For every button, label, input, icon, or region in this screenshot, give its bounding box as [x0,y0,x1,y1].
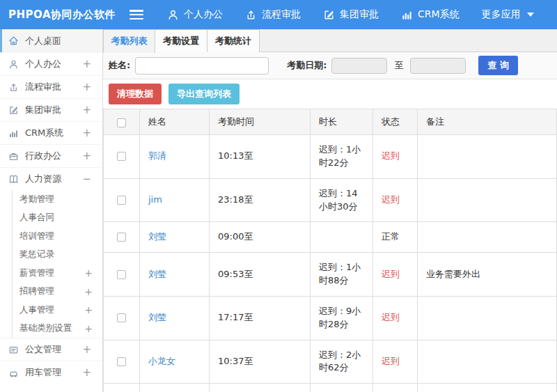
note-cell [418,222,557,253]
sidebar-subitem-label: 薪资管理 [19,267,84,279]
note-cell [418,340,557,384]
sidebar-item[interactable]: 个人桌面 [0,29,102,52]
row-checkbox[interactable] [117,270,126,279]
sidebar-item[interactable]: 公文管理+ [0,338,102,361]
tab-attendance-settings[interactable]: 考勤设置 [155,29,207,52]
sidebar-item-label: CRM系统 [25,127,82,139]
sidebar-subitem[interactable]: 人事合同 [13,209,102,228]
app-title: PHPOA协同办公软件 [0,8,130,22]
expand-icon[interactable]: + [82,127,95,139]
duration-line: 迟到：1小时88分 [319,261,364,288]
status-badge: 迟到 [373,178,418,222]
topnav-item-label: CRM系统 [418,8,460,21]
row-checkbox[interactable] [117,152,126,161]
sidebar-item[interactable]: 流程审批+ [0,75,102,98]
employee-name-link[interactable]: 刘莹 [148,269,166,279]
sidebar-subitem[interactable]: 基础类别设置+ [13,320,102,338]
sidebar-item[interactable]: 用车管理+ [0,361,102,384]
sidebar-subitem[interactable]: 培训管理 [13,227,102,246]
car-icon [8,368,19,378]
menu-toggle-icon[interactable] [130,10,143,19]
clear-data-button[interactable]: 清理数据 [109,84,162,104]
book-icon [8,174,19,185]
caret-down-icon [526,13,534,17]
chart-icon [8,128,19,139]
name-input[interactable] [135,57,269,75]
sidebar-submenu: 考勤管理人事合同培训管理奖惩记录薪资管理+招聘管理+人事管理+基础类别设置+ [12,190,102,338]
column-header: 状态 [373,109,418,135]
employee-name-link[interactable]: 刘莹 [148,312,166,322]
employee-name-link[interactable]: 小龙女 [148,356,175,366]
sidebar-subitem-label: 培训管理 [19,230,95,242]
duration-cell [311,222,373,253]
duration-line: 迟到：14小时30分 [319,187,364,214]
topnav-item[interactable]: CRM系统 [401,8,460,21]
row-checkbox[interactable] [117,313,126,322]
doc-icon [8,345,19,355]
expand-icon[interactable]: + [82,150,95,162]
table-row: 管理员10:54至10:54迟到：2小时90分早退：7小时10分迟到/早退111… [104,384,557,392]
workflow-icon [8,82,19,93]
duration-cell: 迟到：1小时22分 [311,135,373,179]
sidebar-subitem[interactable]: 招聘管理+ [13,283,102,301]
row-checkbox[interactable] [117,233,126,242]
expand-icon[interactable]: + [82,104,95,116]
tab-attendance-stats[interactable]: 考勤统计 [207,29,260,52]
sidebar-subitem-label: 基础类别设置 [19,322,84,334]
date-start-input[interactable] [331,58,387,74]
topnav-item-label: 流程审批 [262,8,301,21]
row-checkbox[interactable] [117,357,126,366]
duration-cell: 迟到：2小时90分早退：7小时10分 [311,384,373,392]
column-header: 备注 [418,109,557,135]
status-badge: 迟到 [373,340,418,384]
topnav-item[interactable]: 流程审批 [245,8,301,21]
sidebar-subitem[interactable]: 奖惩记录 [13,246,102,265]
employee-name-link[interactable]: jim [148,194,162,205]
expand-icon[interactable]: + [84,286,95,297]
select-all-checkbox[interactable] [117,118,126,127]
table-row: jim23:18至迟到：14小时30分迟到 [104,178,557,222]
topnav-item[interactable]: 集团审批 [323,8,379,21]
date-end-input[interactable] [410,58,466,74]
employee-name-link[interactable]: 郭清 [148,150,166,161]
sidebar-subitem-label: 奖惩记录 [19,249,95,260]
top-nav: 个人办公流程审批集团审批CRM系统更多应用 [167,8,534,21]
attendance-time-cell: 09:00至 [210,222,311,253]
sidebar-subitem[interactable]: 薪资管理+ [13,264,102,283]
sidebar-subitem[interactable]: 考勤管理 [13,190,102,209]
row-checkbox[interactable] [117,196,126,205]
sidebar-item[interactable]: 行政办公+ [0,144,102,167]
sidebar-item[interactable]: 个人办公+ [0,52,102,75]
tab-bar: 考勤列表考勤设置考勤统计 [103,29,557,52]
topnav-item-label: 集团审批 [340,8,379,21]
export-list-button[interactable]: 导出查询列表 [168,84,240,104]
query-button[interactable]: 查 询 [478,56,518,75]
sidebar-item[interactable]: CRM系统+ [0,121,102,144]
topnav-item[interactable]: 个人办公 [167,8,223,21]
status-badge: 正常 [373,222,418,253]
sidebar-item-label: 用车管理 [25,366,82,379]
expand-icon[interactable]: + [82,81,95,93]
briefcase-icon [8,151,19,162]
collapse-icon[interactable]: − [82,173,95,185]
expand-icon[interactable]: + [82,58,95,70]
expand-icon[interactable]: + [84,267,95,279]
sidebar-subitem-label: 人事合同 [19,212,95,224]
workflow-icon [245,9,257,21]
expand-icon[interactable]: + [84,323,95,334]
topnav-item[interactable]: 更多应用 [482,8,534,21]
sidebar-item-label: 个人桌面 [25,35,91,47]
table-row: 刘莹09:53至迟到：1小时88分迟到业务需要外出 [104,253,557,297]
topnav-item-label: 更多应用 [482,8,521,21]
expand-icon[interactable]: + [82,343,95,356]
sidebar-item[interactable]: 人力资源− [0,167,102,190]
expand-icon[interactable]: + [82,366,95,379]
sidebar-subitem-label: 人事管理 [19,304,84,316]
expand-icon[interactable]: + [84,304,95,315]
sidebar-item[interactable]: 集团审批+ [0,98,102,121]
home-icon [8,36,19,46]
attendance-time-cell: 23:18至 [210,178,311,222]
tab-attendance-list[interactable]: 考勤列表 [103,29,155,53]
sidebar-subitem[interactable]: 人事管理+ [13,301,102,320]
employee-name-link[interactable]: 刘莹 [148,231,166,242]
